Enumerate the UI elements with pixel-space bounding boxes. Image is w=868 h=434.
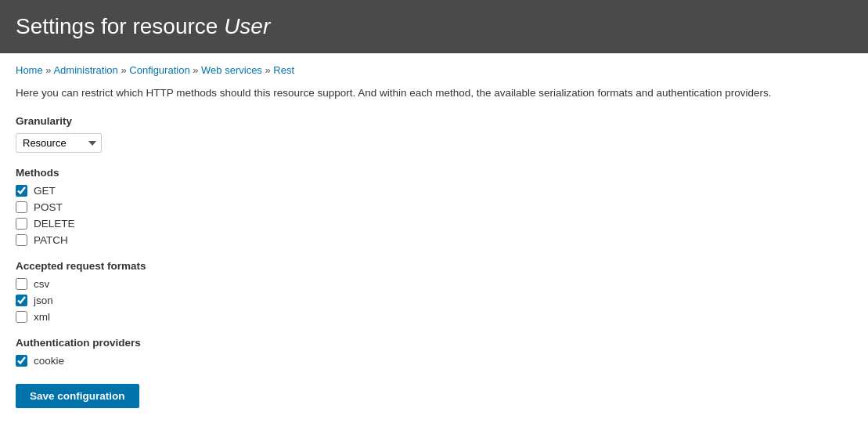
method-delete-row: DELETE bbox=[16, 218, 852, 230]
methods-section: Methods GET POST DELETE PATCH bbox=[16, 167, 852, 246]
format-xml-checkbox[interactable] bbox=[16, 311, 27, 323]
breadcrumb-home[interactable]: Home bbox=[16, 64, 43, 76]
page-title: Settings for resource User bbox=[16, 14, 852, 39]
method-patch-row: PATCH bbox=[16, 234, 852, 246]
breadcrumb-sep-4: » bbox=[265, 64, 274, 76]
breadcrumb-sep-1: » bbox=[45, 64, 53, 76]
method-patch-label[interactable]: PATCH bbox=[34, 234, 68, 246]
format-csv-checkbox[interactable] bbox=[16, 278, 27, 290]
format-json-row: json bbox=[16, 295, 852, 306]
method-get-row: GET bbox=[16, 185, 852, 197]
format-json-label[interactable]: json bbox=[34, 295, 53, 306]
breadcrumb-webservices[interactable]: Web services bbox=[201, 64, 262, 76]
formats-section: Accepted request formats csv json xml bbox=[16, 260, 852, 323]
granularity-select[interactable]: Resource Method bbox=[16, 133, 102, 153]
method-delete-checkbox[interactable] bbox=[16, 218, 27, 230]
method-get-label[interactable]: GET bbox=[34, 185, 56, 197]
format-csv-label[interactable]: csv bbox=[34, 278, 49, 290]
method-post-row: POST bbox=[16, 201, 852, 213]
page-header: Settings for resource User bbox=[0, 0, 868, 53]
method-delete-label[interactable]: DELETE bbox=[34, 218, 75, 230]
breadcrumb-administration[interactable]: Administration bbox=[53, 64, 117, 76]
methods-label: Methods bbox=[16, 167, 852, 179]
page-description: Here you can restrict which HTTP methods… bbox=[16, 85, 852, 101]
breadcrumb-sep-2: » bbox=[121, 64, 129, 76]
auth-section: Authentication providers cookie bbox=[16, 337, 852, 367]
breadcrumb-sep-3: » bbox=[193, 64, 201, 76]
format-json-checkbox[interactable] bbox=[16, 295, 27, 306]
auth-cookie-checkbox[interactable] bbox=[16, 355, 27, 367]
granularity-section: Granularity Resource Method bbox=[16, 115, 852, 153]
breadcrumb-configuration[interactable]: Configuration bbox=[129, 64, 189, 76]
format-xml-label[interactable]: xml bbox=[34, 311, 50, 323]
method-post-checkbox[interactable] bbox=[16, 201, 27, 213]
granularity-label: Granularity bbox=[16, 115, 852, 127]
breadcrumb-rest[interactable]: Rest bbox=[273, 64, 294, 76]
method-get-checkbox[interactable] bbox=[16, 185, 27, 197]
method-patch-checkbox[interactable] bbox=[16, 234, 27, 246]
method-post-label[interactable]: POST bbox=[34, 201, 63, 213]
main-content: Home » Administration » Configuration » … bbox=[0, 53, 868, 424]
formats-label: Accepted request formats bbox=[16, 260, 852, 272]
save-configuration-button[interactable]: Save configuration bbox=[16, 384, 139, 408]
breadcrumb: Home » Administration » Configuration » … bbox=[16, 64, 852, 76]
format-xml-row: xml bbox=[16, 311, 852, 323]
auth-cookie-label[interactable]: cookie bbox=[34, 355, 64, 367]
auth-cookie-row: cookie bbox=[16, 355, 852, 367]
auth-label: Authentication providers bbox=[16, 337, 852, 349]
format-csv-row: csv bbox=[16, 278, 852, 290]
